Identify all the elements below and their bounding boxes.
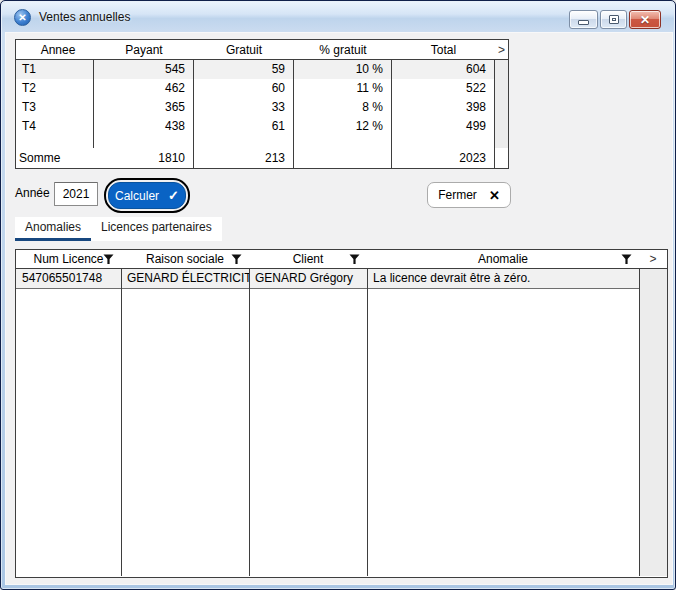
client-area: Annee Payant Gratuit % gratuit Total > T… (5, 32, 673, 585)
cell-client: GENARD Grégory (249, 269, 367, 288)
tab-licences-partenaires[interactable]: Licences partenaires (91, 217, 222, 241)
column-header-total[interactable]: Total (392, 40, 495, 59)
cell-payant: 545 (94, 60, 194, 79)
cell-gratuit: 60 (194, 79, 294, 98)
sales-table-body: T1 545 59 10 % 604 T2 462 60 11 % 522 T3 (16, 60, 508, 168)
check-icon: ✓ (168, 188, 179, 203)
cell-total: 499 (392, 117, 495, 136)
column-header-anomalie[interactable]: Anomalie (367, 250, 639, 268)
cell-payant: 438 (94, 117, 194, 136)
year-label: Année (15, 185, 50, 201)
maximize-icon (609, 15, 619, 24)
table-row[interactable]: 547065501748 GENARD ÉLECTRICITÉ GENARD G… (16, 269, 667, 289)
column-header-gratuit[interactable]: Gratuit (194, 40, 294, 59)
cell-annee: T1 (16, 60, 94, 79)
table-footer-row: Somme 1810 213 2023 (16, 148, 508, 168)
x-icon: ✕ (489, 188, 500, 203)
column-label: Anomalie (478, 252, 528, 266)
column-label: Num Licence (33, 252, 103, 266)
cell-payant: 462 (94, 79, 194, 98)
maximize-button[interactable] (600, 10, 627, 29)
cell-total: 398 (392, 98, 495, 117)
anomalies-table-body: 547065501748 GENARD ÉLECTRICITÉ GENARD G… (16, 269, 667, 576)
cell-annee: T2 (16, 79, 94, 98)
cell-annee: T3 (16, 98, 94, 117)
row-end-gutter (495, 117, 508, 136)
table-row[interactable]: T2 462 60 11 % 522 (16, 79, 508, 98)
column-divider (639, 269, 640, 576)
column-label: Client (293, 252, 324, 266)
more-columns-indicator[interactable]: > (639, 250, 667, 268)
sales-table-header: Annee Payant Gratuit % gratuit Total > (16, 40, 508, 60)
close-dialog-label: Fermer (438, 188, 477, 202)
anomalies-table-header: Num Licence Raison sociale Client Anomal… (16, 250, 667, 269)
column-header-num-licence[interactable]: Num Licence (16, 250, 121, 268)
row-end-gutter (495, 79, 508, 98)
row-end-gutter (640, 269, 667, 576)
table-filler-row (16, 136, 508, 148)
column-divider (121, 269, 122, 576)
cell-num-licence: 547065501748 (16, 269, 121, 288)
row-end-gutter (495, 98, 508, 117)
window-controls: ✕ (569, 10, 661, 29)
footer-pct (294, 148, 392, 168)
column-header-payant[interactable]: Payant (94, 40, 194, 59)
cell-raison-sociale: GENARD ÉLECTRICITÉ (121, 269, 249, 288)
cell-pct: 8 % (294, 98, 392, 117)
column-header-client[interactable]: Client (249, 250, 367, 268)
sales-table: Annee Payant Gratuit % gratuit Total > T… (15, 39, 509, 169)
column-label: Raison sociale (146, 252, 224, 266)
minimize-button[interactable] (569, 10, 598, 29)
anomalies-table: Num Licence Raison sociale Client Anomal… (15, 249, 668, 578)
close-dialog-button[interactable]: Fermer ✕ (427, 182, 511, 208)
table-row[interactable]: T3 365 33 8 % 398 (16, 98, 508, 117)
footer-payant: 1810 (94, 148, 194, 168)
filter-icon[interactable] (621, 254, 632, 265)
filter-icon[interactable] (103, 254, 114, 265)
cell-gratuit: 61 (194, 117, 294, 136)
cell-anomalie: La licence devrait être à zéro. (367, 269, 639, 288)
titlebar[interactable]: ✕ Ventes annuelles ✕ (2, 2, 674, 32)
filter-icon[interactable] (349, 254, 360, 265)
footer-gratuit: 213 (194, 148, 294, 168)
cell-pct: 10 % (294, 60, 392, 79)
calculate-button-face: Calculer ✓ (108, 182, 186, 209)
cell-gratuit: 59 (194, 60, 294, 79)
close-window-button[interactable]: ✕ (629, 10, 661, 29)
column-header-raison-sociale[interactable]: Raison sociale (121, 250, 249, 268)
cell-pct: 11 % (294, 79, 392, 98)
app-window: ✕ Ventes annuelles ✕ Annee Payant Gratui… (0, 0, 676, 590)
cell-total: 522 (392, 79, 495, 98)
cell-annee: T4 (16, 117, 94, 136)
cell-total: 604 (392, 60, 495, 79)
calculate-button[interactable]: Calculer ✓ (104, 178, 190, 213)
minimize-icon (578, 20, 589, 25)
close-window-icon: ✕ (640, 13, 650, 27)
cell-payant: 365 (94, 98, 194, 117)
footer-total: 2023 (392, 148, 495, 168)
tab-anomalies[interactable]: Anomalies (15, 217, 91, 241)
cell-gratuit: 33 (194, 98, 294, 117)
footer-label: Somme (16, 148, 94, 168)
tab-bar: Anomalies Licences partenaires (15, 217, 222, 241)
cell-pct: 12 % (294, 117, 392, 136)
year-input[interactable] (54, 182, 98, 206)
window-title: Ventes annuelles (39, 2, 130, 32)
table-row[interactable]: T1 545 59 10 % 604 (16, 60, 508, 79)
filter-icon[interactable] (231, 254, 242, 265)
app-icon[interactable]: ✕ (14, 9, 31, 26)
column-divider (367, 269, 368, 576)
column-header-annee[interactable]: Annee (16, 40, 94, 59)
column-header-pct-gratuit[interactable]: % gratuit (294, 40, 392, 59)
table-row[interactable]: T4 438 61 12 % 499 (16, 117, 508, 136)
more-columns-indicator[interactable]: > (495, 40, 508, 59)
column-divider (249, 269, 250, 576)
row-end-gutter (495, 60, 508, 79)
calculate-label: Calculer (115, 189, 159, 203)
